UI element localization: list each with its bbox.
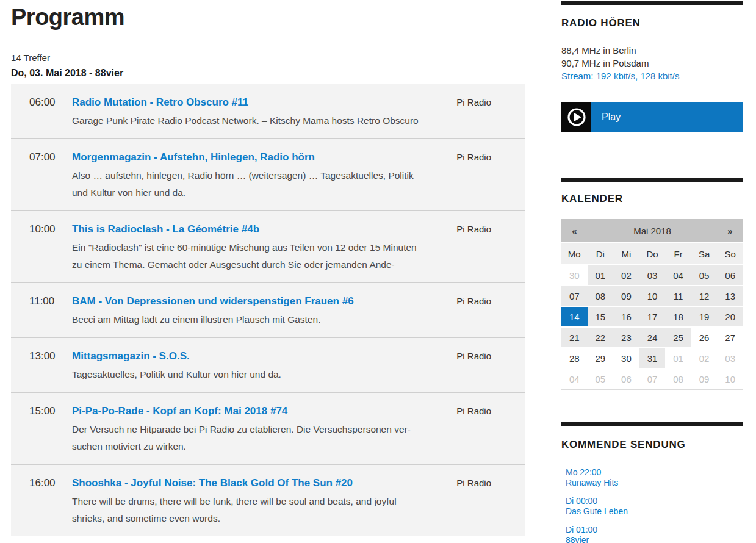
calendar-day-cell[interactable]: 04 (561, 369, 588, 389)
calendar-day-cell[interactable]: 15 (588, 307, 614, 326)
main-content: Programm 14 Treffer Do, 03. Mai 2018 - 8… (11, 0, 525, 31)
program-description: Also … aufstehn, hinlegen, Radio hörn … … (72, 167, 419, 201)
program-time: 13:00 (11, 349, 72, 364)
stream-link-192[interactable]: Stream: 192 kbit/s (561, 71, 635, 81)
program-row: 15:00 Pi-Pa-Po-Rade - Kopf an Kopf: Mai … (11, 392, 525, 464)
program-row: 06:00 Radio Mutation - Retro Obscuro #11… (11, 84, 525, 138)
calendar-day-cell[interactable]: 02 (691, 348, 718, 368)
program-title-link[interactable]: Shooshka - Joyful Noise: The Black Gold … (72, 476, 419, 491)
program-title-link[interactable]: Radio Mutation - Retro Obscuro #11 (72, 95, 419, 110)
program-row: 07:00 Morgenmagazin - Aufstehn, Hinlegen… (11, 138, 525, 210)
calendar-day-cell[interactable]: 03 (717, 348, 743, 368)
calendar-day-cell[interactable]: 01 (588, 265, 614, 285)
calendar-day-cell[interactable]: 12 (691, 286, 718, 306)
stream-link-128[interactable]: 128 kbit/s (640, 71, 679, 81)
section-divider (561, 178, 743, 182)
calendar-day-cell[interactable]: 23 (613, 328, 639, 347)
program-time: 11:00 (11, 294, 72, 309)
calendar-weekday: Mo (561, 243, 588, 264)
calendar-day-cell[interactable]: 30 (561, 265, 588, 285)
calendar: « Mai 2018 » Mo Di Mi Do Fr Sa So 30 (561, 219, 743, 390)
program-body: Morgenmagazin - Aufstehn, Hinlegen, Radi… (72, 150, 419, 201)
upcoming-heading: KOMMENDE SENDUNG (561, 439, 686, 451)
calendar-day-cell[interactable]: 06 (717, 265, 743, 285)
program-station-label: Pi Radio (456, 150, 491, 165)
program-time: 10:00 (11, 222, 72, 237)
calendar-day-cell[interactable]: 08 (665, 369, 691, 389)
program-description: Ein "Radioclash" ist eine 60-minütige Mi… (72, 239, 419, 273)
calendar-day-cell[interactable]: 07 (561, 286, 588, 306)
play-button-label: Play (591, 102, 743, 132)
radio-listen-heading: RADIO HÖREN (561, 17, 641, 29)
calendar-day-cell[interactable]: 13 (717, 286, 743, 306)
calendar-day-cell[interactable]: 10 (717, 369, 743, 389)
calendar-day-cell[interactable]: 05 (588, 369, 614, 389)
calendar-header: « Mai 2018 » (561, 219, 743, 242)
calendar-day-cell[interactable]: 19 (691, 307, 718, 326)
program-description: Tagesaktuelles, Politik und Kultur von h… (72, 366, 419, 383)
calendar-day-cell[interactable]: 04 (665, 265, 691, 285)
calendar-day-cell[interactable]: 17 (639, 307, 666, 326)
calendar-day-cell[interactable]: 29 (588, 348, 614, 368)
program-title-link[interactable]: This is Radioclash - La Géométrie #4b (72, 222, 419, 237)
program-title-link[interactable]: Mittagsmagazin - S.O.S. (72, 349, 419, 364)
play-button[interactable]: Play (561, 102, 743, 132)
calendar-day-cell[interactable]: 25 (665, 328, 691, 347)
upcoming-show-link[interactable]: Di 00:00 Das Gute Leben (566, 496, 628, 517)
calendar-day-cell[interactable]: 28 (561, 348, 588, 368)
upcoming-show-link[interactable]: Di 01:00 88vier (566, 525, 628, 543)
calendar-day-cell[interactable]: 11 (665, 286, 691, 306)
calendar-weekday: Mi (613, 243, 639, 264)
program-description: Becci am Mittag lädt zu einem illustren … (72, 311, 419, 328)
program-title-link[interactable]: Morgenmagazin - Aufstehn, Hinlegen, Radi… (72, 150, 419, 165)
program-body: BAM - Von Depressionen und widerspenstig… (72, 294, 419, 328)
calendar-day-cell[interactable]: 09 (613, 286, 639, 306)
calendar-day-cell[interactable]: 08 (588, 286, 614, 306)
program-time: 15:00 (11, 404, 72, 419)
upcoming-show-link[interactable]: Mo 22:00 Runaway Hits (566, 467, 628, 488)
calendar-day-cell[interactable]: 16 (613, 307, 639, 326)
calendar-day-cell[interactable]: 02 (613, 265, 639, 285)
program-body: Shooshka - Joyful Noise: The Black Gold … (72, 476, 419, 527)
calendar-day-cell[interactable]: 14 (561, 307, 588, 326)
upcoming-show-time: Di 01:00 (566, 525, 628, 535)
calendar-day-cell[interactable]: 27 (717, 328, 743, 347)
calendar-day-cell[interactable]: 06 (613, 369, 639, 389)
upcoming-show-time: Mo 22:00 (566, 467, 628, 478)
calendar-weekday: Fr (665, 243, 691, 264)
stream-line: Stream: 192 kbit/s, 128 kbit/s (561, 70, 679, 82)
program-station-label: Pi Radio (456, 95, 491, 110)
calendar-day-cell[interactable]: 09 (691, 369, 718, 389)
frequency-line: 90,7 MHz in Potsdam (561, 57, 679, 70)
program-station-label: Pi Radio (456, 222, 491, 237)
program-title-link[interactable]: BAM - Von Depressionen und widerspenstig… (72, 294, 419, 309)
program-row: 16:00 Shooshka - Joyful Noise: The Black… (11, 464, 525, 536)
calendar-prev-icon[interactable]: « (561, 226, 588, 236)
program-row: 13:00 Mittagsmagazin - S.O.S. Tagesaktue… (11, 337, 525, 392)
program-station-label: Pi Radio (456, 404, 491, 419)
calendar-weekday: Sa (691, 243, 718, 264)
calendar-next-icon[interactable]: » (717, 226, 743, 236)
calendar-weekday: Do (639, 243, 666, 264)
calendar-weekday: Di (588, 243, 614, 264)
upcoming-show-name: 88vier (566, 535, 628, 543)
stream-separator: , (635, 71, 640, 81)
calendar-heading: KALENDER (561, 193, 623, 205)
calendar-day-cell[interactable]: 01 (665, 348, 691, 368)
calendar-day-cell[interactable]: 30 (613, 348, 639, 368)
calendar-day-cell[interactable]: 31 (639, 348, 666, 368)
calendar-day-cell[interactable]: 24 (639, 328, 666, 347)
calendar-day-cell[interactable]: 20 (717, 307, 743, 326)
program-title-link[interactable]: Pi-Pa-Po-Rade - Kopf an Kopf: Mai 2018 #… (72, 404, 419, 419)
calendar-day-cell[interactable]: 18 (665, 307, 691, 326)
section-divider (561, 1, 743, 5)
calendar-day-cell[interactable]: 05 (691, 265, 718, 285)
upcoming-show-name: Das Gute Leben (566, 506, 628, 517)
calendar-day-cell[interactable]: 03 (639, 265, 666, 285)
calendar-day-cell[interactable]: 26 (691, 328, 718, 347)
calendar-day-cell[interactable]: 21 (561, 328, 588, 347)
calendar-day-cell[interactable]: 07 (639, 369, 666, 389)
calendar-day-cell[interactable]: 22 (588, 328, 614, 347)
calendar-day-cell[interactable]: 10 (639, 286, 666, 306)
program-description: Der Versuch ne Hitparade bei Pi Radio zu… (72, 421, 419, 455)
